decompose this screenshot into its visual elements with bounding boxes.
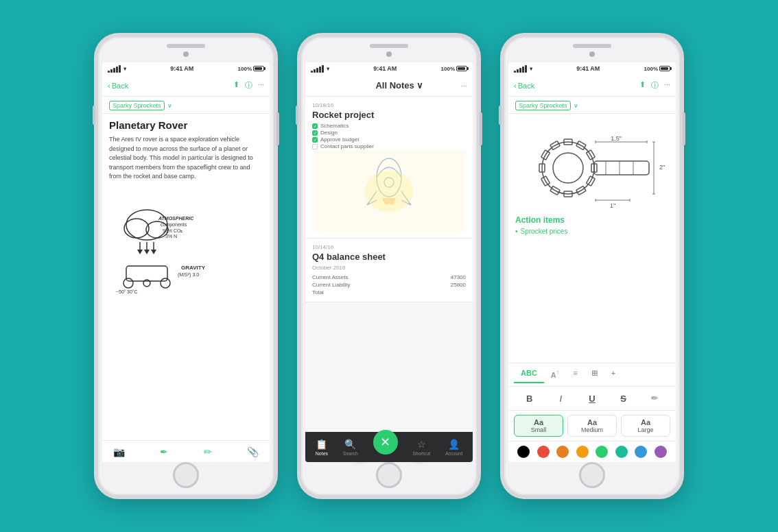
notes-tab-label: Notes xyxy=(316,451,328,456)
tab-shortcut[interactable]: ☆ Shortcut xyxy=(412,439,430,456)
battery-1: 100% xyxy=(238,66,264,72)
size-large-button[interactable]: Aa Large xyxy=(621,415,670,437)
size-medium-button[interactable]: Aa Medium xyxy=(567,415,617,437)
chevron-left-icon-1: ‹ xyxy=(108,82,110,90)
time-1: 9:41 AM xyxy=(170,65,193,72)
note-content-1: Planetary Rover The Ares IV rover is a s… xyxy=(102,114,270,440)
tag-label-3[interactable]: Sparky Sprockets xyxy=(515,101,571,110)
chevron-left-icon-3: ‹ xyxy=(514,82,517,90)
check-1: ✓ xyxy=(312,123,318,129)
check-2: ✓ xyxy=(312,130,318,136)
shortcut-tab-icon: ☆ xyxy=(417,439,426,450)
svg-marker-10 xyxy=(144,250,150,254)
more-icon-2[interactable]: ··· xyxy=(461,82,467,90)
back-button-3[interactable]: ‹ Back xyxy=(514,82,534,90)
svg-point-25 xyxy=(542,142,594,194)
home-button-1[interactable] xyxy=(173,462,199,488)
note-toolbar-1: 📷 ✒ ✏ 📎 xyxy=(102,440,270,462)
status-bar-2: ▾ 9:41 AM 100% xyxy=(305,62,473,75)
svg-point-1 xyxy=(124,219,149,238)
phone-camera-2 xyxy=(386,51,392,57)
note-date-1: 10/18/16 xyxy=(312,102,466,108)
wifi-icon-1: ▾ xyxy=(123,66,126,72)
tab-account[interactable]: 👤 Account xyxy=(445,439,462,456)
svg-text:93% CO₂: 93% CO₂ xyxy=(163,228,182,233)
check-3: ✓ xyxy=(312,137,318,143)
svg-point-26 xyxy=(553,153,583,183)
format-area: 1.5" 2" 1" Action items • Sprocket price xyxy=(508,114,676,363)
sketch-area-1: ATMOSPHERIC components 93% CO₂ 3% N xyxy=(109,187,263,297)
svg-text:2": 2" xyxy=(659,164,665,171)
check-4 xyxy=(312,144,318,149)
note-subtitle-2: October 2016 xyxy=(312,265,466,271)
home-button-2[interactable] xyxy=(376,462,402,488)
bullet-icon: • xyxy=(515,228,518,235)
note-tag-bar-3: Sparky Sprockets ∨ xyxy=(508,97,676,114)
more-icon-3[interactable]: ··· xyxy=(664,80,670,90)
notes-list-2: 10/18/16 Rocket project ✓Schematics ✓Des… xyxy=(305,97,473,432)
search-tab-icon: 🔍 xyxy=(344,439,356,450)
action-item-1: • Sprocket prices xyxy=(515,228,669,235)
share-icon-3[interactable]: ⬆ xyxy=(639,80,646,90)
screen-3: ▾ 9:41 AM 100% ‹ Back ⬆ ⓘ ··· Sparky Spr… xyxy=(508,62,676,462)
more-icon-1[interactable]: ··· xyxy=(258,80,264,90)
phone-camera-1 xyxy=(183,51,189,57)
camera-icon-1[interactable]: 📷 xyxy=(113,446,125,457)
color-red[interactable] xyxy=(537,446,550,458)
home-button-3[interactable] xyxy=(579,462,605,488)
svg-point-15 xyxy=(161,278,170,288)
wifi-icon-3: ▾ xyxy=(530,66,532,72)
pencil-icon-1[interactable]: ✏ xyxy=(204,446,212,457)
pen-icon-1[interactable]: ✒ xyxy=(160,446,168,457)
svg-rect-13 xyxy=(126,266,167,281)
color-green[interactable] xyxy=(596,446,608,458)
svg-text:1": 1" xyxy=(610,202,615,209)
wifi-icon-2: ▾ xyxy=(327,66,329,72)
tag-label-1[interactable]: Sparky Sprockets xyxy=(109,101,165,110)
color-orange[interactable] xyxy=(556,446,569,458)
color-black[interactable] xyxy=(517,446,530,458)
color-teal[interactable] xyxy=(615,446,628,458)
nav-icons-1: ⬆ ⓘ ··· xyxy=(233,80,264,90)
tab-search[interactable]: 🔍 Search xyxy=(343,439,358,456)
format-tab-size[interactable]: A↑ xyxy=(544,366,567,383)
tag-chevron-1: ∨ xyxy=(167,102,172,109)
color-yellow[interactable] xyxy=(576,446,589,458)
add-center-button[interactable]: ✕ xyxy=(373,430,398,455)
phone-1: ▾ 9:41 AM 100% ‹ Back ⬆ ⓘ ··· Sparky Spr… xyxy=(94,33,278,499)
format-tab-add[interactable]: + xyxy=(604,366,622,383)
underline-button[interactable]: U xyxy=(582,391,602,406)
nav-bar-2: All Notes ∨ ··· xyxy=(305,75,473,97)
battery-3: 100% xyxy=(644,66,670,72)
size-small-button[interactable]: Aa Small xyxy=(514,415,563,437)
back-button-1[interactable]: ‹ Back xyxy=(108,82,128,90)
bold-button[interactable]: B xyxy=(520,391,539,406)
balance-row-3: Total xyxy=(312,289,466,296)
note-item-2[interactable]: 10/14/16 Q4 balance sheet October 2016 C… xyxy=(305,239,473,302)
note-item-title-2: Q4 balance sheet xyxy=(312,252,466,262)
size-row: Aa Small Aa Medium Aa Large xyxy=(508,411,676,442)
nav-title-2: All Notes ∨ xyxy=(375,80,423,90)
svg-text:components: components xyxy=(161,222,187,228)
strikethrough-button[interactable]: S xyxy=(614,391,633,406)
note-item-title-1: Rocket project xyxy=(312,110,466,120)
highlight-button[interactable]: ✏ xyxy=(645,391,664,406)
share-icon-1[interactable]: ⬆ xyxy=(233,80,239,90)
italic-button[interactable]: I xyxy=(551,391,570,406)
attach-icon-1[interactable]: 📎 xyxy=(247,446,259,457)
gear-sketch: 1.5" 2" 1" xyxy=(515,119,669,215)
format-buttons-row: B I U S ✏ xyxy=(508,387,676,411)
format-tab-abc[interactable]: ABC xyxy=(514,366,544,383)
color-purple[interactable] xyxy=(655,446,667,458)
tab-notes[interactable]: 📋 Notes xyxy=(316,439,328,456)
format-tab-list[interactable]: ≡ xyxy=(566,366,584,383)
format-tab-photo[interactable]: ⊞ xyxy=(585,366,604,383)
svg-text:(M/S²) 3.0: (M/S²) 3.0 xyxy=(178,272,199,278)
format-tabs-row: ABC A↑ ≡ ⊞ + xyxy=(508,363,676,387)
info-icon-1[interactable]: ⓘ xyxy=(245,80,252,90)
phone-speaker-3 xyxy=(573,44,611,48)
signal-2 xyxy=(311,65,324,73)
color-blue[interactable] xyxy=(635,446,647,458)
note-item-1[interactable]: 10/18/16 Rocket project ✓Schematics ✓Des… xyxy=(305,97,473,239)
info-icon-3[interactable]: ⓘ xyxy=(651,80,659,90)
